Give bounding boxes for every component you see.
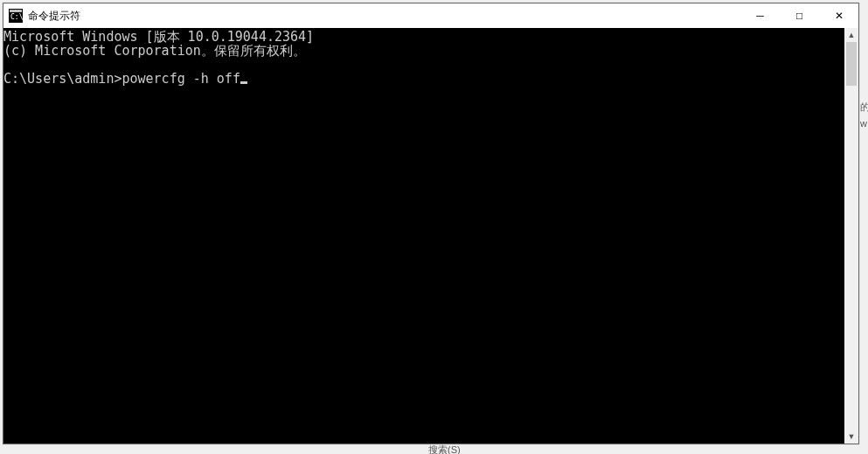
vertical-scrollbar[interactable]: ▲ ▼ (844, 28, 858, 444)
window-controls: ─ □ ✕ (740, 3, 858, 28)
terminal-prompt: C:\Users\admin> (3, 71, 122, 87)
minimize-button[interactable]: ─ (740, 3, 780, 28)
maximize-button[interactable]: □ (780, 3, 819, 28)
background-text: 搜索(S) (428, 444, 461, 454)
terminal[interactable]: Microsoft Windows [版本 10.0.19044.2364] (… (3, 28, 844, 444)
close-button[interactable]: ✕ (819, 3, 858, 28)
scroll-up-button[interactable]: ▲ (844, 28, 858, 42)
scroll-track[interactable] (844, 42, 858, 430)
terminal-area: Microsoft Windows [版本 10.0.19044.2364] (… (3, 28, 858, 444)
background-text: w (860, 118, 867, 129)
scroll-down-button[interactable]: ▼ (844, 430, 858, 444)
scroll-thumb[interactable] (846, 42, 857, 86)
command-prompt-window: C:\ 命令提示符 ─ □ ✕ Microsoft Windows [版本 10… (3, 3, 859, 444)
cmd-icon: C:\ (9, 9, 23, 23)
window-title: 命令提示符 (28, 9, 740, 24)
svg-text:C:\: C:\ (10, 13, 23, 21)
terminal-line: (c) Microsoft Corporation。保留所有权利。 (3, 43, 306, 59)
cursor (240, 81, 247, 84)
background-text: 的 (860, 101, 868, 114)
titlebar[interactable]: C:\ 命令提示符 ─ □ ✕ (3, 3, 858, 28)
terminal-command: powercfg -h off (122, 71, 240, 87)
svg-rect-1 (10, 10, 22, 12)
